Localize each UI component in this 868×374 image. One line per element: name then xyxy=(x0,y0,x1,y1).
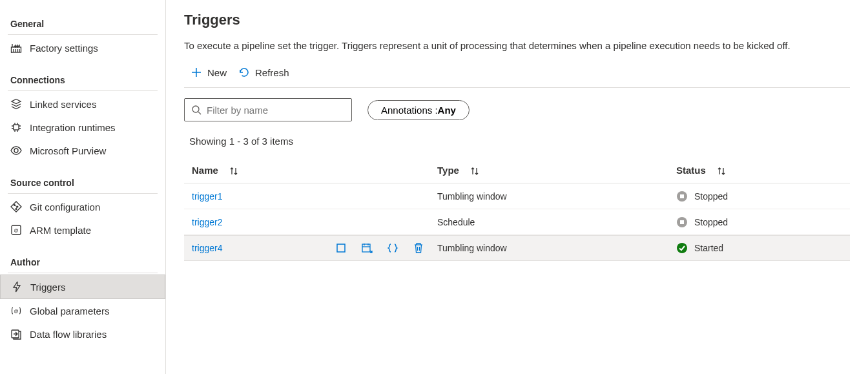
sidebar-item-microsoft-purview[interactable]: Microsoft Purview xyxy=(8,139,158,162)
svg-text:@: @ xyxy=(14,228,18,233)
main-panel: Triggers To execute a pipeline set the t… xyxy=(166,0,868,374)
svg-rect-15 xyxy=(337,244,345,252)
new-button-label: New xyxy=(207,67,227,78)
refresh-button[interactable]: Refresh xyxy=(238,67,289,78)
sidebar: General Factory settings Connections Lin… xyxy=(0,0,166,374)
svg-point-5 xyxy=(16,208,17,210)
svg-rect-16 xyxy=(362,244,370,252)
sidebar-section-header: Author xyxy=(8,253,158,273)
row-actions xyxy=(335,242,424,254)
refresh-icon xyxy=(238,67,250,78)
triggers-table: Name Type Status trigger1 xyxy=(184,158,850,261)
column-header-name[interactable]: Name xyxy=(192,165,437,176)
data-flow-libraries-icon xyxy=(10,328,22,340)
sidebar-item-arm-template[interactable]: @ ARM template xyxy=(8,218,158,242)
sidebar-item-label: Factory settings xyxy=(30,43,98,54)
trigger-status: Stopped xyxy=(694,191,728,202)
integration-runtimes-icon xyxy=(10,121,22,133)
filter-by-name-input[interactable] xyxy=(207,105,345,116)
annotations-filter[interactable]: Annotations : Any xyxy=(367,100,470,120)
sidebar-item-label: Microsoft Purview xyxy=(30,145,106,156)
sidebar-section-author: Author Triggers @ Global parameters Data… xyxy=(0,253,165,346)
svg-text:@: @ xyxy=(14,309,18,313)
factory-icon xyxy=(10,42,22,54)
sidebar-item-label: Global parameters xyxy=(30,306,109,317)
sidebar-item-factory-settings[interactable]: Factory settings xyxy=(8,36,158,59)
annotations-filter-label: Annotations : xyxy=(381,105,438,116)
sidebar-section-header: General xyxy=(8,15,158,35)
trigger-name-link[interactable]: trigger4 xyxy=(192,243,222,253)
sort-icon xyxy=(229,166,239,176)
linked-services-icon xyxy=(10,98,22,110)
sidebar-item-git-configuration[interactable]: Git configuration xyxy=(8,195,158,218)
git-icon xyxy=(10,201,22,213)
filters-row: Annotations : Any xyxy=(184,98,850,121)
table-row[interactable]: trigger4 Tumbling window xyxy=(184,235,850,261)
sort-icon xyxy=(470,166,480,176)
stop-action-icon[interactable] xyxy=(335,242,347,254)
arm-template-icon: @ xyxy=(10,224,22,236)
table-row[interactable]: trigger1 Tumbling window Stopped xyxy=(184,183,850,209)
code-action-icon[interactable] xyxy=(387,242,398,254)
stopped-icon xyxy=(676,191,688,202)
annotations-filter-value: Any xyxy=(438,105,456,116)
delete-action-icon[interactable] xyxy=(413,242,424,254)
trigger-type: Tumbling window xyxy=(437,191,676,202)
plus-icon xyxy=(191,67,202,78)
svg-rect-1 xyxy=(14,125,19,130)
new-button[interactable]: New xyxy=(191,67,227,78)
refresh-button-label: Refresh xyxy=(255,67,289,78)
sidebar-item-label: ARM template xyxy=(30,225,91,236)
svg-point-17 xyxy=(677,243,687,253)
purview-icon xyxy=(10,145,22,156)
search-icon xyxy=(191,105,202,115)
svg-point-10 xyxy=(192,106,199,112)
sort-icon xyxy=(716,166,727,176)
page-title: Triggers xyxy=(184,12,850,28)
global-parameters-icon: @ xyxy=(10,305,22,317)
svg-point-2 xyxy=(14,149,18,152)
sidebar-item-label: Triggers xyxy=(30,282,65,293)
svg-rect-14 xyxy=(680,220,684,224)
sidebar-item-data-flow-libraries[interactable]: Data flow libraries xyxy=(0,322,165,346)
toolbar: New Refresh xyxy=(184,61,850,88)
sidebar-item-label: Integration runtimes xyxy=(30,122,116,133)
column-header-type[interactable]: Type xyxy=(437,165,676,176)
column-header-status[interactable]: Status xyxy=(676,165,842,176)
sidebar-item-integration-runtimes[interactable]: Integration runtimes xyxy=(8,116,158,139)
trigger-icon xyxy=(11,281,23,293)
sidebar-item-global-parameters[interactable]: @ Global parameters xyxy=(0,299,165,322)
sidebar-item-label: Data flow libraries xyxy=(30,329,107,340)
trigger-type: Schedule xyxy=(437,217,676,227)
calendar-action-icon[interactable] xyxy=(361,242,373,254)
showing-count: Showing 1 - 3 of 3 items xyxy=(184,136,850,147)
stopped-icon xyxy=(676,216,688,228)
started-icon xyxy=(676,242,688,254)
trigger-name-link[interactable]: trigger2 xyxy=(192,217,222,227)
sidebar-section-general: General Factory settings xyxy=(0,15,165,59)
sidebar-section-source-control: Source control Git configuration @ ARM t… xyxy=(0,174,165,242)
sidebar-section-connections: Connections Linked services Integration … xyxy=(0,71,165,162)
sidebar-item-label: Linked services xyxy=(30,99,96,110)
trigger-type: Tumbling window xyxy=(437,243,676,253)
trigger-name-link[interactable]: trigger1 xyxy=(192,191,222,202)
sidebar-section-header: Connections xyxy=(8,71,158,91)
table-row[interactable]: trigger2 Schedule Stopped xyxy=(184,209,850,235)
filter-by-name-box[interactable] xyxy=(184,98,352,121)
page-description: To execute a pipeline set the trigger. T… xyxy=(184,40,850,51)
sidebar-item-linked-services[interactable]: Linked services xyxy=(8,92,158,116)
trigger-status: Stopped xyxy=(694,217,728,227)
table-header-row: Name Type Status xyxy=(184,158,850,183)
sidebar-item-triggers[interactable]: Triggers xyxy=(0,275,165,299)
sidebar-section-header: Source control xyxy=(8,174,158,194)
trigger-status: Started xyxy=(694,243,723,253)
svg-rect-12 xyxy=(680,194,684,198)
sidebar-item-label: Git configuration xyxy=(30,202,100,213)
